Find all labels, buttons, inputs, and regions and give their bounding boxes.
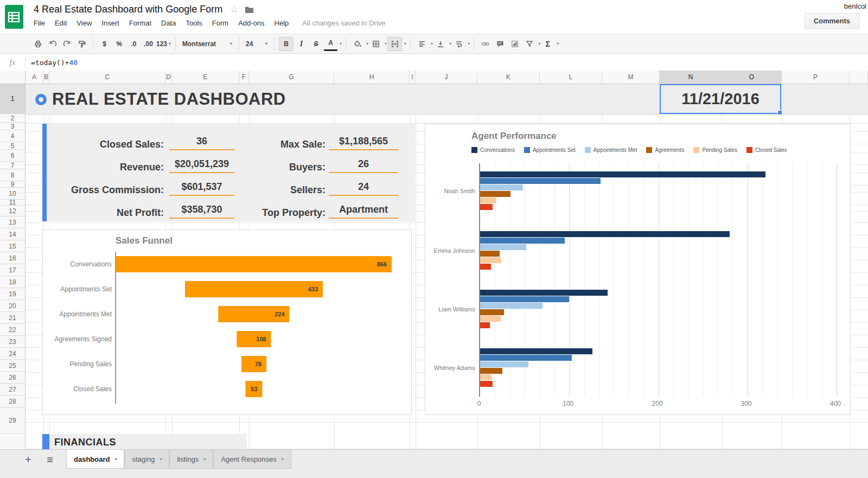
- sales-funnel-chart[interactable]: Sales Funnel ConversationsAppointments S…: [42, 230, 412, 415]
- column-header-L[interactable]: L: [540, 71, 602, 84]
- column-header-C[interactable]: C: [49, 71, 165, 84]
- agent-bar[interactable]: [480, 184, 523, 190]
- row-header-27[interactable]: 27: [0, 384, 25, 396]
- borders-icon[interactable]: [369, 37, 382, 50]
- funnel-bar[interactable]: 53: [245, 381, 262, 397]
- agent-bar[interactable]: [480, 251, 500, 257]
- agent-bar[interactable]: [480, 290, 608, 296]
- chevron-down-icon[interactable]: ▾: [114, 457, 117, 462]
- agent-bar[interactable]: [480, 296, 569, 302]
- legend-item[interactable]: Agreements: [646, 147, 684, 153]
- add-sheet-button[interactable]: +: [22, 452, 35, 467]
- chevron-down-icon[interactable]: ▾: [385, 41, 387, 46]
- format-currency-button[interactable]: $: [98, 37, 111, 50]
- column-header-E[interactable]: E: [172, 71, 239, 84]
- spreadsheet-grid[interactable]: REAL ESTATE DASHBOARD 11/21/2016 1234567…: [0, 84, 868, 449]
- undo-icon[interactable]: [46, 37, 59, 50]
- formula-input[interactable]: =today()+40: [25, 59, 78, 67]
- bold-button[interactable]: B: [279, 37, 293, 51]
- number-format-dropdown[interactable]: 123▾: [156, 37, 171, 50]
- agent-bar[interactable]: [480, 368, 502, 374]
- agent-bar[interactable]: [480, 238, 565, 244]
- legend-item[interactable]: Pending Sales: [693, 147, 737, 153]
- chevron-down-icon[interactable]: ▾: [340, 41, 342, 46]
- stat-value[interactable]: 24: [329, 181, 398, 196]
- column-header-G[interactable]: G: [249, 71, 334, 84]
- agent-bar[interactable]: [480, 204, 493, 210]
- agent-bar[interactable]: [480, 171, 765, 177]
- row-header-5[interactable]: 5: [0, 142, 25, 150]
- chevron-down-icon[interactable]: ▾: [282, 457, 284, 462]
- column-header-F[interactable]: F: [239, 71, 249, 84]
- row-header-17[interactable]: 17: [0, 264, 25, 276]
- stat-value[interactable]: $1,188,565: [329, 136, 398, 150]
- sheet-tab-agent-responses[interactable]: Agent Responses▾: [213, 450, 291, 469]
- comments-button[interactable]: Comments: [805, 13, 859, 29]
- functions-button[interactable]: Σ: [541, 37, 554, 50]
- agent-bar[interactable]: [480, 381, 493, 387]
- strikethrough-button[interactable]: S: [309, 37, 323, 50]
- document-title[interactable]: 4 Real Estate Dashboard with Google Form: [34, 4, 222, 15]
- row-header-4[interactable]: 4: [0, 130, 25, 142]
- redo-icon[interactable]: [60, 37, 74, 50]
- horizontal-align-icon[interactable]: [415, 37, 429, 50]
- row-header-24[interactable]: 24: [0, 348, 25, 360]
- funnel-bar[interactable]: 433: [185, 281, 323, 297]
- agent-performance-chart[interactable]: Agent Performance ConversationsAppointme…: [425, 124, 851, 415]
- font-family-dropdown[interactable]: Montserrat▾: [180, 37, 234, 50]
- chevron-down-icon[interactable]: ▾: [203, 457, 206, 462]
- agent-bar[interactable]: [480, 244, 526, 250]
- row-header-12[interactable]: 12: [0, 206, 25, 216]
- row-header-21[interactable]: 21: [0, 312, 25, 324]
- sheet-tab-staging[interactable]: staging▾: [124, 450, 169, 469]
- row-header-3[interactable]: 3: [0, 123, 25, 130]
- row-header-28[interactable]: 28: [0, 396, 25, 407]
- agent-bar[interactable]: [480, 257, 501, 263]
- row-header-25[interactable]: 25: [0, 360, 25, 372]
- stat-value[interactable]: $358,730: [169, 204, 234, 219]
- chevron-down-icon[interactable]: ▾: [431, 41, 433, 46]
- select-all-corner[interactable]: [0, 71, 25, 84]
- fill-handle[interactable]: [777, 110, 782, 115]
- insert-chart-icon[interactable]: [508, 37, 521, 50]
- row-header-19[interactable]: 19: [0, 288, 25, 300]
- row-header-23[interactable]: 23: [0, 336, 25, 348]
- star-icon[interactable]: ☆: [230, 4, 238, 15]
- chevron-down-icon[interactable]: ▾: [557, 41, 559, 46]
- column-header-J[interactable]: J: [416, 71, 477, 84]
- agent-bar[interactable]: [480, 355, 572, 361]
- text-wrap-icon[interactable]: [452, 37, 465, 50]
- increase-decimals-button[interactable]: .00: [142, 37, 155, 50]
- agent-bar[interactable]: [480, 264, 491, 270]
- column-header-H[interactable]: H: [334, 71, 410, 84]
- merge-cells-icon[interactable]: [387, 37, 402, 51]
- chevron-down-icon[interactable]: ▾: [538, 41, 540, 46]
- sheets-logo-icon[interactable]: [4, 4, 24, 29]
- stat-value[interactable]: Apartment: [329, 204, 398, 219]
- paint-format-icon[interactable]: [75, 37, 88, 50]
- row-header-6[interactable]: 6: [0, 150, 25, 162]
- insert-link-icon[interactable]: [478, 37, 492, 50]
- column-header-N[interactable]: N: [660, 71, 722, 84]
- row-header-10[interactable]: 10: [0, 188, 25, 200]
- funnel-bar[interactable]: 108: [237, 331, 271, 347]
- column-header-D[interactable]: D: [165, 71, 172, 84]
- sheet-tab-listings[interactable]: listings▾: [169, 450, 213, 469]
- row-header-22[interactable]: 22: [0, 324, 25, 336]
- column-header-A[interactable]: A: [25, 71, 43, 84]
- folder-icon[interactable]: [245, 5, 254, 14]
- agent-bar[interactable]: [480, 231, 730, 237]
- column-header-K[interactable]: K: [477, 71, 540, 84]
- agent-bar[interactable]: [480, 374, 492, 380]
- funnel-bar[interactable]: 78: [241, 356, 266, 372]
- format-percent-button[interactable]: %: [112, 37, 126, 50]
- row-header-7[interactable]: 7: [0, 162, 25, 169]
- sheet-tab-dashboard[interactable]: dashboard▾: [66, 450, 124, 469]
- menu-format[interactable]: Format: [124, 18, 156, 28]
- menu-view[interactable]: View: [72, 18, 97, 28]
- legend-item[interactable]: Conversations: [471, 147, 515, 153]
- column-header-P[interactable]: P: [782, 71, 850, 84]
- filter-icon[interactable]: [522, 37, 536, 50]
- menu-data[interactable]: Data: [156, 18, 181, 28]
- column-header-M[interactable]: M: [602, 71, 660, 84]
